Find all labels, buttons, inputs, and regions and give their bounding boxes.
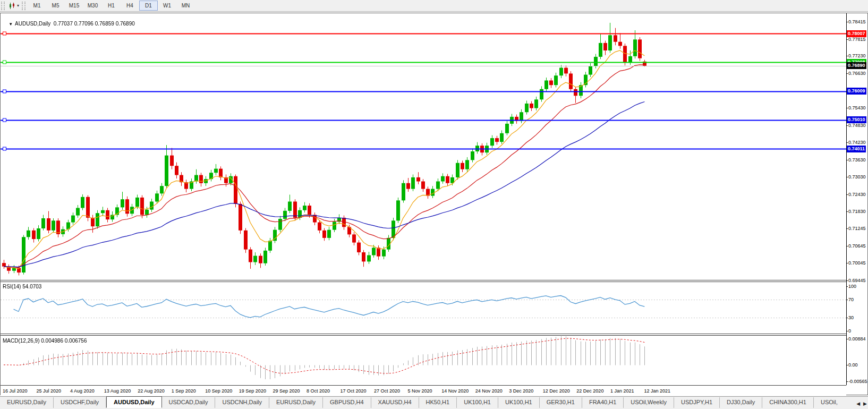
timeframe-button-mn[interactable]: MN (176, 1, 195, 11)
chart-tab-audusd-daily[interactable]: AUDUSD,Daily (106, 396, 161, 408)
rsi-indicator-label: RSI(14) 54.0703 (3, 284, 41, 289)
date-axis-label: 12 Jan 2021 (644, 388, 670, 394)
timeframe-buttons: M1M5M15M30H1H4D1W1MN (28, 1, 195, 11)
date-axis-label: 12 Dec 2020 (543, 388, 570, 394)
timeframe-button-m5[interactable]: M5 (46, 1, 65, 11)
price-axis-tick: 0.71830 (848, 209, 866, 214)
price-axis-tick: 0.77230 (848, 53, 866, 58)
chart-tab-usdcad-daily[interactable]: USDCAD,Daily (162, 397, 216, 408)
chart-tab-xauusd-h4[interactable]: XAUUSD,H4 (371, 397, 419, 408)
rsi-axis-tick: 70 (848, 297, 854, 302)
chart-tab-usdchf-daily[interactable]: USDCHF,Daily (54, 397, 106, 408)
macd-axis-tick: 0.00884 (848, 336, 866, 342)
date-axis-label: 14 Nov 2020 (441, 388, 469, 394)
open-value: 0.77037 (54, 21, 73, 27)
rsi-axis-tick: 30 (848, 315, 854, 320)
date-axis-label: 24 Nov 2020 (475, 388, 503, 394)
collapse-triangle-icon[interactable]: ▼ (8, 22, 13, 27)
price-level-badge: 0.78007 (847, 30, 866, 37)
price-axis-tick: 0.71245 (848, 226, 866, 231)
date-axis-label: 19 Sep 2020 (239, 388, 266, 394)
date-axis-label: 1 Sep 2020 (172, 388, 196, 394)
price-axis-tick: 0.72430 (848, 192, 866, 197)
macd-axis-tick: 0.00 (848, 362, 858, 368)
date-axis-label: 27 Oct 2020 (374, 388, 400, 394)
time-scale[interactable]: 16 Jul 202025 Jul 20204 Aug 202013 Aug 2… (1, 386, 846, 395)
chart-tab-usoil-[interactable]: USOil, (814, 397, 845, 408)
high-value: 0.77096 (74, 21, 93, 27)
date-axis-label: 5 Nov 2020 (408, 388, 432, 394)
timeframe-button-m15[interactable]: M15 (65, 1, 83, 11)
price-level-badge: 0.74011 (847, 146, 866, 152)
chart-tab-uk100-h1[interactable]: UK100,H1 (457, 397, 498, 408)
price-level-badge: 0.75010 (847, 116, 866, 123)
date-axis-label: 4 Aug 2020 (70, 388, 95, 394)
chart-tab-dj30-daily[interactable]: DJ30,Daily (720, 397, 762, 408)
timeframe-button-m30[interactable]: M30 (83, 1, 102, 11)
date-axis-label: 17 Oct 2020 (341, 388, 367, 394)
chevron-down-icon: ▾ (17, 3, 19, 8)
price-level-badge: 0.76009 (847, 88, 866, 95)
date-axis-label: 13 Aug 2020 (104, 388, 131, 394)
chart-tab-eurusd-daily[interactable]: EURUSD,Daily (0, 397, 54, 408)
date-axis-label: 29 Sep 2020 (273, 388, 300, 394)
timeframe-button-m1[interactable]: M1 (28, 1, 46, 11)
chart-tab-usdjpy-h1[interactable]: USDJPY,H1 (674, 397, 720, 408)
timeframe-button-w1[interactable]: W1 (158, 1, 176, 11)
chart-tab-uk100-h1[interactable]: UK100,H1 (498, 397, 540, 408)
date-axis-label: 16 Jul 2020 (3, 388, 28, 394)
price-axis-tick: 0.70045 (848, 260, 866, 266)
date-axis-label: 1 Jan 2021 (610, 388, 634, 394)
tab-scroll-left-icon[interactable]: ◀ (856, 401, 860, 406)
price-axis-tick: 0.70645 (848, 243, 866, 249)
chart-tab-fra40-h1[interactable]: FRA40,H1 (582, 397, 624, 408)
price-chart-canvas[interactable] (1, 13, 846, 396)
price-axis-tick: 0.73630 (848, 157, 866, 163)
timeframe-button-d1[interactable]: D1 (139, 1, 158, 11)
date-axis-label: 22 Dec 2020 (576, 388, 603, 394)
price-scale[interactable]: 0.784150.778150.772300.766300.760300.754… (846, 13, 867, 385)
close-value: 0.76890 (116, 21, 135, 27)
date-axis-label: 3 Dec 2020 (509, 388, 533, 394)
timeframe-toolbar: ▾ M1M5M15M30H1H4D1W1MN (0, 0, 868, 12)
macd-axis-tick: -0.00565 (848, 379, 867, 384)
price-axis-tick: 0.75430 (848, 105, 866, 110)
low-value: 0.76859 (95, 21, 114, 27)
toolbar-grip[interactable] (22, 2, 25, 10)
chart-tab-eurusd-daily[interactable]: EURUSD,Daily (269, 397, 323, 408)
toolbar-grip[interactable] (1, 2, 5, 10)
timeframe-button-h1[interactable]: H1 (102, 1, 121, 11)
chart-window: ▼AUDUSD,Daily 0.77037 0.77096 0.76859 0.… (0, 13, 868, 395)
tab-scroll-right-icon[interactable]: ▶ (863, 401, 867, 406)
date-axis-label: 10 Sep 2020 (205, 388, 232, 394)
date-axis-label: 25 Jul 2020 (37, 388, 62, 394)
date-axis-label: 8 Oct 2020 (307, 388, 330, 394)
chart-tab-china300-h1[interactable]: CHINA300,H1 (762, 397, 814, 408)
price-axis-tick: 0.74230 (848, 140, 866, 145)
price-axis-tick: 0.76630 (848, 71, 866, 76)
rsi-axis-tick: 0 (848, 328, 851, 334)
price-axis-tick: 0.73030 (848, 174, 866, 180)
timeframe-button-h4[interactable]: H4 (121, 1, 139, 11)
candlestick-chart-icon (8, 2, 16, 10)
chart-title: ▼AUDUSD,Daily 0.77037 0.77096 0.76859 0.… (3, 15, 135, 32)
chart-tab-bar: EURUSD,DailyUSDCHF,DailyAUDUSD,DailyUSDC… (0, 396, 868, 408)
chart-tab-usoil-weekly[interactable]: USOil,Weekly (624, 397, 674, 408)
date-axis-label: 22 Aug 2020 (138, 388, 165, 394)
chart-tab-usdcnh-daily[interactable]: USDCNH,Daily (215, 397, 269, 408)
price-axis-tick: 0.77815 (848, 37, 866, 42)
chart-type-button[interactable]: ▾ (7, 1, 21, 11)
price-axis-tick: 0.69445 (848, 278, 866, 283)
chart-tab-hk50-h1[interactable]: HK50,H1 (419, 397, 457, 408)
macd-indicator-label: MACD(12,26,9) 0.004986 0.006756 (3, 338, 87, 344)
chart-tab-gbpusd-h4[interactable]: GBPUSD,H4 (323, 397, 371, 408)
price-level-badge: 0.76890 (847, 62, 866, 69)
price-axis-tick: 0.78415 (848, 19, 866, 24)
chart-tab-ger30-h1[interactable]: GER30,H1 (540, 397, 582, 408)
rsi-axis-tick: 100 (848, 284, 856, 289)
symbol-label: AUDUSD,Daily (15, 21, 50, 27)
